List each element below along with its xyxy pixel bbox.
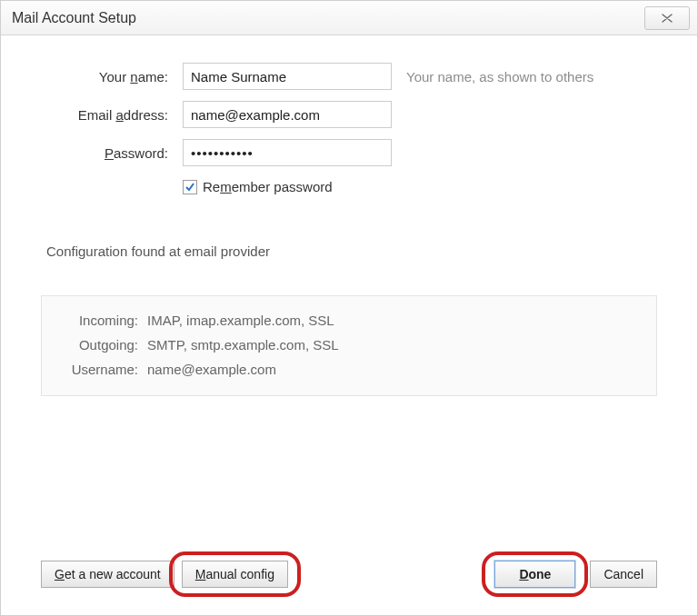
close-button[interactable] xyxy=(644,6,690,30)
done-button[interactable]: Done xyxy=(494,561,575,588)
titlebar: Mail Account Setup xyxy=(1,1,697,35)
incoming-row: Incoming: IMAP, imap.example.com, SSL xyxy=(60,313,638,328)
status-text: Configuration found at email provider xyxy=(46,243,657,259)
name-hint: Your name, as shown to others xyxy=(406,69,657,84)
password-label: Password: xyxy=(41,145,168,161)
button-row: Get a new account Manual config Done Can… xyxy=(41,561,657,588)
incoming-value: IMAP, imap.example.com, SSL xyxy=(147,313,334,328)
get-new-account-button[interactable]: Get a new account xyxy=(41,561,174,588)
window-title: Mail Account Setup xyxy=(12,10,136,26)
close-icon xyxy=(662,14,673,23)
username-value: name@example.com xyxy=(147,362,276,377)
email-label: Email address: xyxy=(41,107,168,123)
username-label: Username: xyxy=(60,362,138,377)
incoming-label: Incoming: xyxy=(60,313,138,328)
remember-password-label: Remember password xyxy=(203,179,333,194)
remember-password-checkbox[interactable] xyxy=(183,180,197,194)
manual-config-button[interactable]: Manual config xyxy=(182,561,288,588)
account-form: Your name: Your name, as shown to others… xyxy=(41,63,657,194)
server-config-box: Incoming: IMAP, imap.example.com, SSL Ou… xyxy=(41,295,657,396)
outgoing-row: Outgoing: SMTP, smtp.example.com, SSL xyxy=(60,337,638,353)
name-label: Your name: xyxy=(41,69,168,84)
remember-password-row: Remember password xyxy=(183,179,657,194)
check-icon xyxy=(184,182,195,193)
outgoing-value: SMTP, smtp.example.com, SSL xyxy=(147,337,339,353)
name-input[interactable] xyxy=(183,63,392,90)
password-input[interactable] xyxy=(183,139,392,166)
cancel-button[interactable]: Cancel xyxy=(590,561,657,588)
username-row: Username: name@example.com xyxy=(60,362,638,377)
mail-account-setup-window: Mail Account Setup Your name: Your name,… xyxy=(0,0,698,616)
outgoing-label: Outgoing: xyxy=(60,337,138,353)
email-input[interactable] xyxy=(183,101,392,128)
dialog-content: Your name: Your name, as shown to others… xyxy=(1,35,697,396)
